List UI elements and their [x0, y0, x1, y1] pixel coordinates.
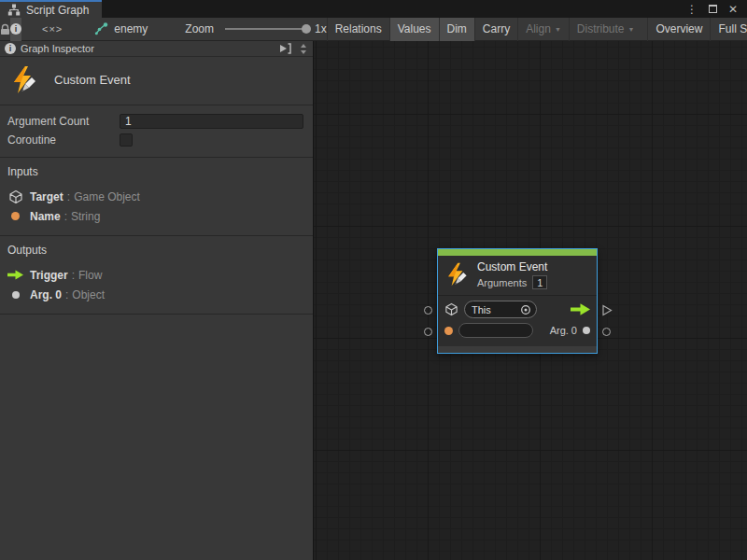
dim-button[interactable]: Dim	[439, 18, 474, 41]
graph-inspector-header: i Graph Inspector	[0, 41, 313, 57]
lock-button[interactable]	[0, 18, 10, 41]
custom-event-icon	[444, 262, 470, 287]
values-button[interactable]: Values	[389, 18, 439, 41]
overview-label: Overview	[655, 22, 702, 35]
align-dropdown[interactable]: Align ▼	[517, 18, 569, 41]
custom-event-icon	[9, 65, 39, 95]
coroutine-label: Coroutine	[7, 133, 120, 147]
output-port-arg0[interactable]	[602, 328, 611, 336]
full-screen-label: Full Screen	[718, 22, 747, 35]
string-port-dot-icon	[444, 327, 453, 335]
output-port-trigger[interactable]	[601, 304, 613, 316]
cube-icon	[8, 189, 23, 204]
zoom-label: Zoom	[185, 22, 214, 35]
target-dropdown[interactable]: This	[464, 301, 537, 318]
tab-title: Script Graph	[26, 4, 89, 17]
event-header: Custom Event	[0, 57, 313, 105]
node-header-text: Custom Event Arguments 1	[477, 260, 547, 289]
custom-event-node[interactable]: Custom Event Arguments 1 This	[437, 248, 598, 354]
event-settings: Argument Count 1 Coroutine	[0, 105, 313, 157]
values-label: Values	[398, 22, 431, 35]
scroll-up-icon[interactable]	[301, 44, 306, 48]
arguments-count-field[interactable]: 1	[532, 275, 547, 289]
zoom-control: Zoom 1x	[185, 22, 326, 35]
overview-button[interactable]: Overview	[647, 18, 710, 41]
maximize-button[interactable]	[706, 3, 719, 16]
full-screen-button[interactable]: Full Screen	[710, 18, 747, 41]
carry-label: Carry	[483, 22, 510, 35]
outputs-section: Outputs Trigger : Flow Arg. 0 : Object	[0, 236, 313, 314]
node-arguments-row: Arguments 1	[477, 275, 547, 289]
port-separator: :	[64, 210, 67, 223]
node-header[interactable]: Custom Event Arguments 1	[438, 256, 597, 295]
port-type: Flow	[78, 269, 102, 282]
more-menu-icon[interactable]: ⋮	[685, 3, 698, 16]
zoom-level: 1x	[315, 22, 327, 35]
inspector-toggle-button[interactable]: i	[10, 18, 21, 41]
port-type: Object	[72, 288, 105, 301]
relations-label: Relations	[335, 22, 382, 35]
arg0-input[interactable]	[458, 323, 533, 338]
panel-scroll-arrows[interactable]	[297, 44, 310, 54]
arguments-label: Arguments	[477, 277, 527, 288]
graph-breadcrumb[interactable]: enemy	[94, 22, 148, 35]
object-picker-icon[interactable]	[520, 304, 531, 315]
graph-canvas[interactable]: Custom Event Arguments 1 This	[314, 41, 747, 560]
cube-icon	[444, 302, 458, 316]
dock-panel-icon[interactable]	[279, 43, 292, 54]
event-accent-bar	[438, 249, 597, 256]
maximize-icon	[709, 5, 717, 13]
graph-inspector-title: Graph Inspector	[21, 43, 94, 54]
port-name: Target	[30, 190, 63, 203]
port-name: Name	[30, 210, 61, 223]
object-port-dot-icon	[12, 291, 20, 299]
target-dropdown-value: This	[472, 304, 520, 315]
outputs-header: Outputs	[7, 244, 305, 257]
coroutine-row: Coroutine	[7, 131, 303, 149]
carry-button[interactable]: Carry	[474, 18, 517, 41]
breadcrumb-graph-name: enemy	[114, 22, 148, 35]
input-port-target[interactable]	[424, 306, 432, 315]
argument-count-input[interactable]: 1	[120, 114, 303, 129]
port-separator: :	[65, 288, 68, 301]
variables-button[interactable]: <×>	[35, 18, 70, 41]
io-icon-wrap	[7, 189, 23, 204]
scroll-down-icon[interactable]	[301, 50, 306, 54]
port-name: Arg. 0	[30, 288, 62, 301]
io-icon-wrap	[7, 270, 23, 280]
argument-count-label: Argument Count	[7, 115, 120, 128]
zoom-slider[interactable]	[225, 28, 307, 30]
port-separator: :	[72, 269, 75, 282]
output-row-trigger: Trigger : Flow	[7, 265, 305, 285]
chevron-down-icon: ▼	[555, 26, 561, 33]
node-footer	[438, 346, 597, 353]
inspector-event-title: Custom Event	[54, 73, 131, 87]
tab-script-graph[interactable]: Script Graph	[0, 0, 102, 18]
port-type: String	[71, 210, 100, 223]
info-icon: i	[5, 43, 16, 54]
zoom-slider-handle[interactable]	[302, 24, 311, 34]
arg0-label: Arg. 0	[550, 325, 577, 336]
relations-button[interactable]: Relations	[327, 18, 389, 41]
dim-label: Dim	[447, 22, 467, 35]
node-row-arg0: Arg. 0	[444, 323, 590, 338]
output-row-arg0: Arg. 0 : Object	[7, 285, 305, 304]
toolbar-button-group: Relations Values Dim Carry Align ▼ Distr…	[327, 18, 747, 41]
align-label: Align	[526, 22, 551, 35]
inputs-header: Inputs	[7, 165, 305, 178]
input-row-name: Name : String	[7, 206, 305, 226]
input-row-target: Target : Game Object	[7, 187, 305, 206]
close-icon[interactable]: ✕	[726, 3, 740, 16]
flow-arrow-icon	[571, 303, 590, 315]
section-divider	[0, 314, 313, 315]
node-body: This Arg. 0	[438, 296, 597, 346]
input-port-name[interactable]	[424, 328, 432, 336]
io-icon-wrap	[7, 291, 23, 299]
node-row-target: This	[444, 301, 590, 318]
distribute-label: Distribute	[577, 22, 625, 35]
coroutine-checkbox[interactable]	[120, 133, 133, 147]
node-title: Custom Event	[477, 260, 547, 273]
distribute-dropdown[interactable]: Distribute ▼	[569, 18, 642, 41]
io-icon-wrap	[7, 212, 23, 220]
chevron-down-icon: ▼	[628, 26, 635, 33]
